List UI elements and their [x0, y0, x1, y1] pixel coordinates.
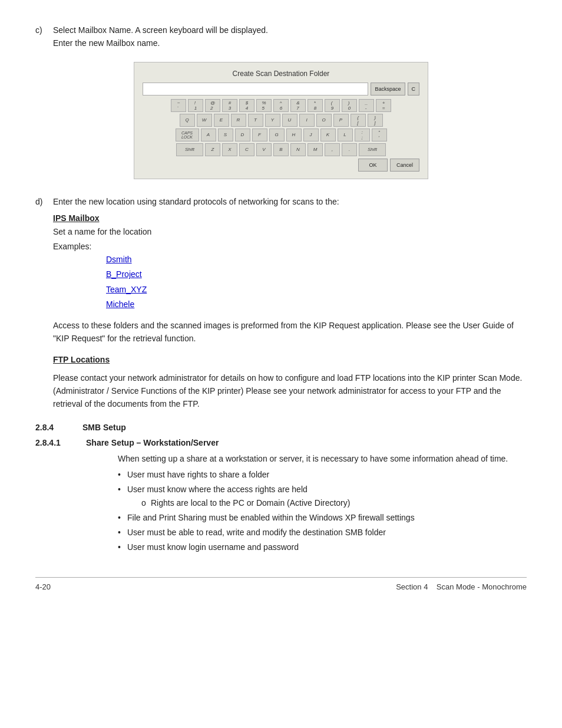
- page-content: c) Select Mailbox Name. A screen keyboar…: [35, 24, 527, 591]
- kb-key-rbracket[interactable]: }]: [368, 114, 383, 127]
- ips-mailbox-heading: IPS Mailbox: [53, 213, 527, 223]
- kb-key-q[interactable]: Q: [180, 114, 195, 127]
- keyboard-box: Create Scan Destnation Folder Backspace …: [134, 62, 428, 179]
- page-footer: 4-20 Section 4 Scan Mode - Monochrome: [35, 577, 527, 591]
- kb-key-quote[interactable]: "': [372, 129, 387, 141]
- kb-key-0[interactable]: )0: [342, 99, 357, 112]
- bullet-1: User must have rights to share a folder: [118, 469, 527, 481]
- example-dsmith[interactable]: Dsmith: [106, 252, 527, 267]
- cancel-button[interactable]: Cancel: [390, 159, 419, 172]
- kb-key-b[interactable]: B: [273, 143, 289, 156]
- examples-label: Examples:: [53, 242, 527, 251]
- kb-key-a[interactable]: A: [201, 129, 216, 141]
- kb-key-x[interactable]: X: [222, 143, 237, 156]
- kb-key-m[interactable]: M: [308, 143, 323, 156]
- bullet-5: User must know login username and passwo…: [118, 541, 527, 554]
- kb-key-2[interactable]: @2: [205, 99, 220, 112]
- kb-number-row: ~` !1 @2 #3 $4 %5 ^6 &7 *8 (9 )0 _- +=: [143, 99, 419, 112]
- c-label: c): [35, 24, 47, 50]
- bullet-4: User must be able to read, write and mod…: [118, 526, 527, 539]
- section-2841: 2.8.4.1 Share Setup – Workstation/Server…: [35, 438, 527, 554]
- ftp-locations-heading: FTP Locations: [53, 355, 527, 364]
- kb-key-f[interactable]: F: [252, 129, 267, 141]
- kb-key-e[interactable]: E: [214, 114, 229, 127]
- kb-key-5[interactable]: %5: [256, 99, 272, 112]
- kb-key-d[interactable]: D: [235, 129, 250, 141]
- kb-key-v[interactable]: V: [256, 143, 272, 156]
- section-2841-title: Share Setup – Workstation/Server: [86, 438, 219, 447]
- section-284-number: 2.8.4: [35, 423, 71, 432]
- kb-right-shift-key[interactable]: Shift: [359, 143, 386, 156]
- kb-key-period[interactable]: .: [342, 143, 357, 156]
- ok-button[interactable]: OK: [358, 159, 388, 172]
- section-284: 2.8.4 SMB Setup 2.8.4.1 Share Setup – Wo…: [35, 423, 527, 554]
- ips-mailbox-section: IPS Mailbox Set a name for the location …: [53, 213, 527, 345]
- kb-key-9[interactable]: (9: [325, 99, 340, 112]
- kb-text-input[interactable]: [143, 83, 368, 95]
- kb-key-semicolon[interactable]: :;: [355, 129, 370, 141]
- kb-key-z[interactable]: Z: [205, 143, 220, 156]
- kb-key-t[interactable]: T: [248, 114, 263, 127]
- kb-key-w[interactable]: W: [197, 114, 212, 127]
- kb-key-6[interactable]: ^6: [273, 99, 289, 112]
- section-2841-body: When setting up a share at a workstation…: [118, 452, 527, 554]
- kb-key-p[interactable]: P: [333, 114, 349, 127]
- ips-mailbox-body: Set a name for the location: [53, 225, 527, 238]
- d-label: d): [35, 197, 47, 206]
- kb-left-shift-key[interactable]: Shift: [176, 143, 203, 156]
- kb-key-equals[interactable]: +=: [376, 99, 391, 112]
- kb-key-l[interactable]: L: [338, 129, 353, 141]
- kb-key-c2[interactable]: C: [239, 143, 254, 156]
- footer-page-number: 4-20: [35, 582, 51, 591]
- kb-key-comma[interactable]: ,: [325, 143, 340, 156]
- bullet-3: File and Print Sharing must be enabled w…: [118, 512, 527, 524]
- ftp-locations-section: FTP Locations Please contact your networ…: [53, 355, 527, 411]
- section-2841-bullets: User must have rights to share a folder …: [118, 469, 527, 554]
- kb-key-g[interactable]: G: [269, 129, 285, 141]
- kb-key-s[interactable]: S: [218, 129, 233, 141]
- keyboard-container: Create Scan Destnation Folder Backspace …: [35, 62, 527, 179]
- kb-key-3[interactable]: #3: [222, 99, 237, 112]
- examples-list: Dsmith B_Project Team_XYZ Michele: [88, 252, 527, 312]
- kb-asdf-row: CAPSLOCK A S D F G H J K L :; "': [143, 129, 419, 141]
- kb-key-o[interactable]: O: [316, 114, 332, 127]
- kb-key-u[interactable]: U: [282, 114, 297, 127]
- footer-section: Section 4 Scan Mode - Monochrome: [396, 582, 527, 591]
- kb-key-1[interactable]: !1: [188, 99, 203, 112]
- sub-bullet-list: Rights are local to the PC or Domain (Ac…: [139, 497, 527, 509]
- kb-key-minus[interactable]: _-: [359, 99, 374, 112]
- kb-key-j[interactable]: J: [303, 129, 319, 141]
- example-bproject[interactable]: B_Project: [106, 267, 527, 282]
- section-284-header: 2.8.4 SMB Setup: [35, 423, 527, 432]
- section-d: d) Enter the new location using standard…: [35, 197, 527, 411]
- kb-zxcv-row: Shift Z X C V B N M , . Shift: [143, 143, 419, 156]
- example-michele[interactable]: Michele: [106, 297, 527, 312]
- kb-key-n[interactable]: N: [290, 143, 306, 156]
- section-c: c) Select Mailbox Name. A screen keyboar…: [35, 24, 527, 50]
- c-button[interactable]: C: [408, 83, 420, 95]
- kb-key-h[interactable]: H: [286, 129, 302, 141]
- ftp-locations-body: Please contact your network administrato…: [53, 371, 527, 411]
- kb-input-row: Backspace C: [143, 83, 419, 95]
- sub-bullet-1: Rights are local to the PC or Domain (Ac…: [139, 497, 527, 509]
- kb-capslock-key[interactable]: CAPSLOCK: [176, 129, 199, 141]
- kb-key-7[interactable]: &7: [290, 99, 306, 112]
- d-text: Enter the new location using standard pr…: [53, 197, 339, 206]
- kb-key-lbracket[interactable]: {[: [351, 114, 366, 127]
- c-text1: Select Mailbox Name. A screen keyboard w…: [53, 24, 268, 37]
- kb-key-y[interactable]: Y: [265, 114, 280, 127]
- kb-qwerty-row: Q W E R T Y U I O P {[ }]: [143, 114, 419, 127]
- kb-key-i[interactable]: I: [299, 114, 315, 127]
- kb-key-4[interactable]: $4: [239, 99, 254, 112]
- bullet-2: User must know where the access rights a…: [118, 483, 527, 509]
- kb-key-r[interactable]: R: [231, 114, 246, 127]
- c-text2: Enter the new Mailbox name.: [53, 37, 268, 50]
- kb-key-tilde[interactable]: ~`: [171, 99, 186, 112]
- kb-key-8[interactable]: *8: [308, 99, 323, 112]
- section-284-title: SMB Setup: [82, 423, 126, 432]
- section-2841-header: 2.8.4.1 Share Setup – Workstation/Server: [35, 438, 527, 447]
- keyboard-title: Create Scan Destnation Folder: [143, 70, 419, 78]
- example-teamxyz[interactable]: Team_XYZ: [106, 282, 527, 297]
- kb-key-k[interactable]: K: [320, 129, 336, 141]
- backspace-button[interactable]: Backspace: [371, 83, 405, 95]
